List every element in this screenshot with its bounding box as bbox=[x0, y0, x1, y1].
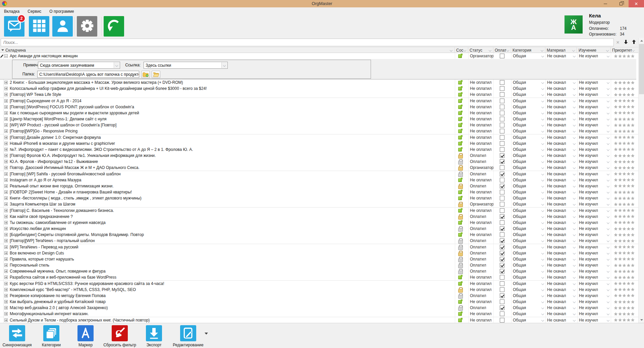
reset-filter-button[interactable]: C Сбросить фильтр bbox=[103, 325, 137, 347]
table-row[interactable]: Новый iPhone6 в мокапах и другие макеты … bbox=[0, 140, 638, 147]
study-cell[interactable]: Не изучил bbox=[577, 153, 611, 159]
expand-button[interactable] bbox=[4, 306, 8, 309]
table-row[interactable]: Сильный Духом и Телом - подборка электро… bbox=[0, 317, 638, 324]
row-selector[interactable] bbox=[0, 104, 4, 110]
expand-button[interactable] bbox=[4, 154, 8, 157]
material-cell[interactable]: Не скачал bbox=[545, 311, 577, 317]
study-cell[interactable]: Не изучил bbox=[577, 274, 611, 280]
expand-button[interactable] bbox=[4, 142, 8, 145]
category-cell[interactable]: Общая bbox=[511, 250, 545, 256]
expand-button[interactable] bbox=[4, 300, 8, 303]
expand-button[interactable] bbox=[4, 233, 8, 236]
priority-stars[interactable]: ★★★★★ bbox=[611, 262, 636, 268]
material-cell[interactable]: Не скачал bbox=[545, 214, 577, 220]
paid-checkbox[interactable] bbox=[500, 238, 504, 243]
paid-checkbox[interactable] bbox=[500, 214, 504, 219]
priority-stars[interactable]: ★★★★★ bbox=[611, 122, 636, 128]
study-cell[interactable]: Не изучил bbox=[577, 262, 611, 268]
category-cell[interactable]: Общая bbox=[511, 244, 545, 250]
study-cell[interactable]: Не изучил bbox=[577, 147, 611, 153]
expand-button[interactable] bbox=[4, 136, 8, 139]
row-selector[interactable] bbox=[0, 250, 4, 256]
study-cell[interactable]: Не изучил bbox=[577, 98, 611, 104]
paid-checkbox[interactable] bbox=[500, 275, 504, 280]
expand-button[interactable] bbox=[4, 318, 8, 322]
row-selector[interactable] bbox=[0, 299, 4, 305]
table-row[interactable]: 2 Книги: - Большая энциклопедия массажа … bbox=[0, 79, 638, 86]
table-row[interactable]: Защита Компьютера Шаг за Шагом Организат… bbox=[0, 201, 638, 208]
paid-checkbox[interactable] bbox=[500, 251, 504, 255]
paid-checkbox[interactable] bbox=[500, 257, 504, 262]
table-row[interactable]: Курс верстки PSD в HTML5/CSS3: Ручное ко… bbox=[0, 281, 638, 287]
paid-checkbox[interactable] bbox=[500, 220, 504, 225]
row-selector[interactable] bbox=[0, 287, 4, 293]
paid-checkbox[interactable] bbox=[500, 184, 504, 188]
priority-stars[interactable]: ★★★★★ bbox=[611, 98, 636, 104]
material-cell[interactable]: Не скачал bbox=[545, 128, 577, 134]
study-cell[interactable]: Не изучил bbox=[577, 171, 611, 177]
paid-checkbox[interactable] bbox=[500, 269, 504, 274]
priority-stars[interactable]: ★★★★★ bbox=[611, 250, 636, 256]
material-cell[interactable]: Не скачал bbox=[545, 116, 577, 122]
category-cell[interactable]: Общая bbox=[511, 140, 545, 147]
material-cell[interactable]: Не скачал bbox=[545, 110, 577, 116]
paid-checkbox[interactable] bbox=[500, 141, 504, 146]
priority-stars[interactable]: ★★★★★ bbox=[611, 214, 636, 220]
expand-button[interactable] bbox=[4, 111, 8, 115]
paid-checkbox[interactable] bbox=[500, 123, 504, 127]
category-cell[interactable]: Общая bbox=[511, 305, 545, 311]
table-row[interactable]: Разработка сайтов и веб-приложений на ба… bbox=[0, 274, 638, 281]
row-selector[interactable] bbox=[0, 122, 4, 128]
study-cell[interactable]: Не изучил bbox=[577, 159, 611, 165]
expand-button[interactable] bbox=[4, 282, 8, 285]
marker-button[interactable]: Маркер bbox=[69, 325, 102, 347]
material-cell[interactable]: Не скачал bbox=[545, 165, 577, 171]
study-cell[interactable]: Не изучил bbox=[577, 220, 611, 226]
category-cell[interactable]: Общая bbox=[511, 311, 545, 317]
table-row[interactable]: [ПОВТОР 2]Sweet Home - Дизайн и планиров… bbox=[0, 189, 638, 195]
category-cell[interactable]: Общая bbox=[511, 92, 545, 98]
category-cell[interactable]: Общая bbox=[511, 134, 545, 140]
study-cell[interactable]: Не изучил bbox=[577, 293, 611, 299]
category-cell[interactable]: Общая bbox=[511, 79, 545, 85]
study-cell[interactable]: Не изучил bbox=[577, 238, 611, 244]
material-cell[interactable]: Не скачал bbox=[545, 79, 577, 85]
paid-checkbox[interactable] bbox=[500, 153, 504, 158]
priority-stars[interactable]: ★★★★★ bbox=[611, 232, 636, 238]
table-row[interactable]: [Повтор] Дизайн допинг 1.0: Секретная фо… bbox=[0, 134, 638, 141]
row-selector[interactable] bbox=[0, 128, 4, 134]
category-cell[interactable]: Общая bbox=[511, 299, 545, 305]
expand-button[interactable] bbox=[4, 184, 8, 188]
category-cell[interactable]: Общая bbox=[511, 165, 545, 171]
study-cell[interactable]: Не изучил bbox=[577, 226, 611, 232]
category-cell[interactable]: Общая bbox=[511, 274, 545, 280]
priority-stars[interactable]: ★★★★★ bbox=[611, 195, 636, 201]
paid-checkbox[interactable] bbox=[500, 202, 504, 207]
paid-checkbox[interactable] bbox=[500, 232, 504, 237]
priority-stars[interactable]: ★★★★★ bbox=[611, 183, 636, 189]
expand-button[interactable] bbox=[4, 221, 8, 224]
category-cell[interactable]: Общая bbox=[511, 189, 545, 195]
expand-button[interactable] bbox=[4, 81, 8, 84]
category-cell[interactable]: Общая bbox=[511, 293, 545, 299]
row-selector[interactable] bbox=[0, 183, 4, 189]
study-cell[interactable]: Не изучил bbox=[577, 177, 611, 183]
category-cell[interactable]: Общая bbox=[511, 268, 545, 274]
category-cell[interactable]: Общая bbox=[511, 122, 545, 128]
paid-checkbox[interactable] bbox=[500, 178, 504, 182]
row-selector[interactable] bbox=[0, 98, 4, 104]
paid-checkbox[interactable] bbox=[500, 105, 504, 109]
study-cell[interactable]: Не изучил bbox=[577, 134, 611, 140]
table-row[interactable]: [Повтор][WP]Go - Responsive Pricing Не о… bbox=[0, 128, 638, 134]
paid-checkbox[interactable] bbox=[500, 318, 504, 323]
row-selector[interactable] bbox=[0, 293, 4, 299]
row-selector[interactable] bbox=[0, 171, 4, 177]
priority-stars[interactable]: ★★★★★ bbox=[611, 281, 636, 287]
paid-checkbox[interactable] bbox=[500, 111, 504, 115]
expand-button[interactable] bbox=[4, 276, 8, 279]
expand-button[interactable] bbox=[4, 209, 8, 212]
category-cell[interactable]: Общая bbox=[511, 195, 545, 201]
material-cell[interactable]: Не скачал bbox=[545, 208, 577, 214]
expand-button[interactable] bbox=[4, 160, 8, 163]
priority-stars[interactable]: ★★★★★ bbox=[611, 177, 636, 183]
